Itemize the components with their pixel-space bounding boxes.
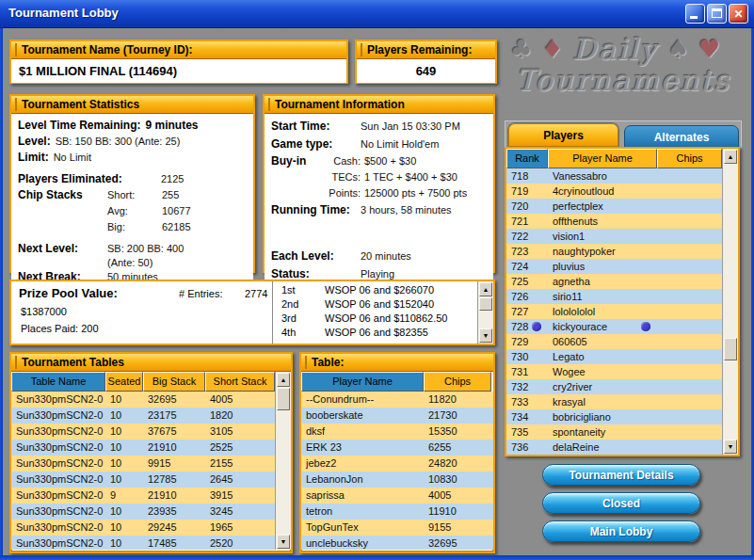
main-lobby-button[interactable]: Main Lobby [542, 520, 700, 542]
tournament-table-row[interactable]: Sun330pmSCN2-010326954005 [11, 392, 291, 408]
player-rank-row[interactable]: 730Legato [506, 349, 738, 364]
buyin-tecs-row: TECs:1 TEC + $400 + $30 [265, 169, 493, 185]
table-name-cell: Sun330pmSCN2-0 [11, 408, 105, 424]
table-player-row[interactable]: LebanonJon10830 [301, 472, 493, 488]
tournament-name-panel: Tournament Name (Tourney ID): $1 MILLION… [9, 40, 348, 84]
column-header-chips[interactable]: Chips [424, 372, 491, 392]
player-rank-row[interactable]: 735spontaneity [506, 424, 738, 440]
tournament-table-row[interactable]: Sun330pmSCN2-01099152155 [11, 456, 291, 472]
column-header-big-stack[interactable]: Big Stack [143, 372, 205, 392]
table-player-row[interactable]: TopGunTex9155 [301, 520, 493, 536]
table-player-row[interactable]: ERK 236255 [301, 440, 493, 456]
players-rank-panel: Rank Player Name Chips 718Vanessabro7194… [505, 147, 740, 456]
next-level-row: Next Level:SB: 200 BB: 400 [11, 241, 253, 257]
column-header-rank[interactable]: Rank [506, 149, 548, 168]
table-player-row[interactable]: saprissa4005 [301, 488, 493, 504]
player-rank-row[interactable]: 724pluvius [506, 259, 738, 274]
table-player-row[interactable]: dksf15350 [301, 424, 493, 440]
tournament-table-row[interactable]: Sun330pmSCN2-010174852520 [11, 536, 291, 550]
table-player-row[interactable]: jebez224820 [301, 456, 493, 472]
minimize-button[interactable] [685, 4, 705, 24]
big-stack-cell: 23935 [143, 504, 205, 520]
tournament-table-row[interactable]: Sun330pmSCN2-010231751820 [11, 408, 291, 424]
column-header-table-name[interactable]: Table Name [11, 372, 105, 392]
tab-alternates[interactable]: Alternates [624, 125, 739, 149]
tournament-table-row[interactable]: Sun330pmSCN2-010292451965 [11, 520, 291, 536]
each-level-value: 20 minutes [361, 248, 411, 265]
tournament-table-row[interactable]: Sun330pmSCN2-010219102525 [11, 440, 291, 456]
scroll-up-icon[interactable]: ▲ [277, 373, 290, 387]
tab-players[interactable]: Players [508, 123, 618, 147]
maximize-button[interactable] [707, 4, 727, 24]
players-eliminated-value: 2125 [161, 171, 184, 187]
short-stack-cell: 3245 [205, 504, 275, 520]
player-rank-row[interactable]: 723naughtypoker [506, 244, 738, 259]
level-value: SB: 150 BB: 300 (Ante: 25) [56, 134, 181, 150]
column-header-short-stack[interactable]: Short Stack [205, 372, 275, 392]
player-rank-row[interactable]: 7194cryinoutloud [506, 184, 738, 199]
tables-scrollbar[interactable]: ▲ ▼ [275, 372, 291, 550]
tournament-table-row[interactable]: Sun330pmSCN2-010239353245 [11, 504, 291, 520]
scroll-thumb[interactable] [479, 297, 492, 311]
short-stack-cell: 2520 [205, 536, 275, 550]
rank-cell: 734 [506, 409, 548, 424]
chips-cell: 21730 [424, 408, 491, 424]
scroll-down-icon[interactable]: ▼ [724, 440, 737, 454]
start-time-label: Start Time: [271, 118, 361, 136]
payout-row: 2ndWSOP 06 and $152040 [273, 297, 477, 312]
scroll-thumb[interactable] [277, 388, 290, 410]
buyin-cash-value: $500 + $30 [364, 153, 416, 169]
tournament-table-row[interactable]: Sun330pmSCN2-010127852645 [11, 472, 291, 488]
tournament-table-row[interactable]: Sun330pmSCN2-09219103915 [11, 488, 291, 504]
close-button[interactable]: ✕ [729, 4, 748, 24]
chips-cell [657, 229, 722, 244]
scroll-up-icon[interactable]: ▲ [724, 150, 737, 164]
tournament-details-button[interactable]: Tournament Details [542, 464, 700, 486]
spade-suit-icon: ♠ [667, 35, 689, 63]
player-name-cell: Legato [548, 349, 657, 364]
rank-cell: 731 [506, 364, 548, 379]
closed-button[interactable]: Closed [542, 492, 700, 514]
player-rank-row[interactable]: 721offthenuts [506, 214, 738, 229]
player-rank-row[interactable]: 728kickyourace [506, 319, 738, 334]
scroll-down-icon[interactable]: ▼ [277, 535, 290, 549]
player-rank-row[interactable]: 732cry2river [506, 379, 738, 394]
players-scrollbar[interactable]: ▲ ▼ [722, 149, 738, 455]
payout-row: 3rdWSOP 06 and $110862.50 [273, 312, 477, 326]
table-player-row[interactable]: tetron11910 [301, 504, 493, 520]
scroll-down-icon[interactable]: ▼ [479, 328, 492, 343]
tournament-table-row[interactable]: Sun330pmSCN2-010376753105 [11, 424, 291, 440]
seated-cell: 10 [105, 536, 143, 550]
tournament-tables-title: Tournament Tables [11, 354, 291, 372]
table-player-row[interactable]: --Conundrum--11820 [301, 392, 493, 408]
chips-cell [657, 214, 722, 229]
column-header-seated[interactable]: Seated [105, 372, 143, 392]
player-rank-row[interactable]: 725agnetha [506, 274, 738, 289]
table-player-row[interactable]: booberskate21730 [301, 408, 493, 424]
player-name-cell: Vanessabro [548, 168, 657, 184]
payout-scrollbar[interactable]: ▲ ▼ [477, 281, 493, 344]
player-name-cell: spontaneity [548, 424, 657, 440]
player-rank-row[interactable]: 736delaReine [506, 440, 738, 455]
player-rank-row[interactable]: 726sirio11 [506, 289, 738, 304]
player-rank-row[interactable]: 727lololololol [506, 304, 738, 319]
tournament-name-label: Tournament Name (Tourney ID): [11, 41, 346, 59]
player-rank-row[interactable]: 733krasyal [506, 394, 738, 409]
column-header-player-name[interactable]: Player Name [548, 149, 657, 168]
player-rank-row[interactable]: 722vision1 [506, 229, 738, 244]
player-rank-row[interactable]: 718Vanessabro [506, 168, 738, 184]
column-header-player-name[interactable]: Player Name [301, 372, 424, 392]
column-header-chips[interactable]: Chips [657, 149, 722, 168]
scroll-thumb[interactable] [724, 338, 737, 360]
player-rank-row[interactable]: 731Wogee [506, 364, 738, 379]
scroll-up-icon[interactable]: ▲ [479, 282, 492, 296]
title-bar[interactable]: Tournament Lobby ✕ [0, 0, 754, 28]
table-player-row[interactable]: unclebucksky32695 [301, 536, 493, 550]
player-name-cell: LebanonJon [301, 472, 424, 488]
players-eliminated-label: Players Eliminated: [18, 171, 161, 187]
short-stack-cell: 4005 [205, 392, 275, 408]
player-rank-row[interactable]: 729060605 [506, 334, 738, 349]
player-rank-row[interactable]: 734bobricigliano [506, 409, 738, 424]
chips-cell [657, 274, 722, 289]
player-rank-row[interactable]: 720perfectplex [506, 199, 738, 214]
